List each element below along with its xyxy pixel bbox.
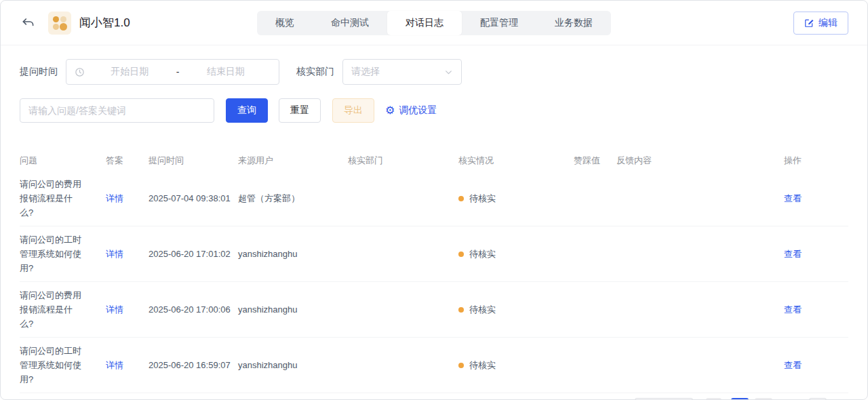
dept-select-placeholder: 请选择: [351, 66, 444, 78]
verify-status: 待核实: [458, 304, 574, 316]
tab-hit-test[interactable]: 命中测试: [313, 11, 387, 35]
end-date-placeholder[interactable]: 结束日期: [180, 66, 271, 78]
question-text: 请问公司的费用报销流程是什么?: [20, 171, 92, 226]
question-text: 请问公司的费用报销流程是什么?: [20, 282, 92, 337]
date-separator: -: [175, 66, 181, 77]
gear-icon: ⚙: [385, 105, 395, 116]
ask-time: 2025-06-20 17:00:06: [149, 304, 238, 315]
header: 闻小智1.0 概览 命中测试 对话日志 配置管理 业务数据 编辑: [1, 1, 867, 45]
tab-conversation-log[interactable]: 对话日志: [387, 11, 462, 35]
tab-business-data[interactable]: 业务数据: [536, 11, 611, 35]
tuning-settings-label: 调优设置: [399, 104, 437, 117]
status-dot-icon: [458, 363, 464, 368]
col-dept: 核实部门: [348, 155, 458, 167]
col-status: 核实情况: [458, 155, 574, 167]
table-row: 请问公司的费用报销流程是什么? 详情 2025-06-20 17:00:06 y…: [20, 281, 848, 337]
status-label: 待核实: [469, 359, 496, 372]
col-question: 问题: [20, 155, 106, 167]
table-row: 请问公司的工时管理系统如何使用? 详情 2025-06-20 16:59:07 …: [20, 337, 848, 393]
view-link[interactable]: 查看: [784, 193, 802, 203]
question-text: 请问公司的工时管理系统如何使用?: [20, 338, 92, 393]
chevron-down-icon: [444, 68, 453, 77]
date-range-picker[interactable]: 开始日期 - 结束日期: [66, 59, 279, 85]
col-time: 提问时间: [149, 155, 238, 167]
filter-panel: 提问时间 开始日期 - 结束日期 核实部门 请选择: [1, 45, 867, 123]
dept-select[interactable]: 请选择: [342, 59, 462, 85]
tab-overview[interactable]: 概览: [257, 11, 313, 35]
reset-button[interactable]: 重置: [279, 98, 321, 123]
undo-arrow-icon: [22, 16, 35, 29]
col-actions: 操作: [784, 155, 848, 167]
col-likes: 赞踩值: [574, 155, 616, 167]
table-header-row: 问题 答案 提问时间 来源用户 核实部门 核实情况 赞踩值 反馈内容 操作: [20, 150, 848, 171]
table-row: 请问公司的工时管理系统如何使用? 详情 2025-06-20 17:01:02 …: [20, 226, 848, 281]
edit-icon: [804, 18, 814, 28]
table-row: 请问公司的费用报销流程是什么? 详情 2025-07-04 09:38:01 超…: [20, 171, 848, 226]
app-window: 闻小智1.0 概览 命中测试 对话日志 配置管理 业务数据 编辑 提问时间: [0, 0, 868, 400]
time-filter-label: 提问时间: [20, 66, 58, 78]
ask-time: 2025-06-20 16:59:07: [149, 360, 238, 370]
verify-status: 待核实: [458, 359, 574, 372]
source-user: yanshizhanghu: [238, 360, 348, 370]
verify-status: 待核实: [458, 193, 574, 205]
source-user: yanshizhanghu: [238, 249, 348, 259]
clock-icon: [75, 67, 85, 77]
status-label: 待核实: [469, 248, 496, 260]
answer-detail-link[interactable]: 详情: [106, 360, 123, 370]
col-feedback: 反馈内容: [616, 155, 784, 167]
view-link[interactable]: 查看: [784, 304, 802, 315]
dept-filter-label: 核实部门: [296, 66, 334, 78]
view-link[interactable]: 查看: [784, 360, 802, 370]
ask-time: 2025-06-20 17:01:02: [149, 249, 238, 259]
edit-button[interactable]: 编辑: [793, 12, 848, 35]
answer-detail-link[interactable]: 详情: [106, 304, 123, 315]
edit-button-label: 编辑: [818, 17, 837, 29]
verify-status: 待核实: [458, 248, 574, 260]
ask-time: 2025-07-04 09:38:01: [149, 193, 238, 203]
app-logo: [48, 12, 71, 35]
answer-detail-link[interactable]: 详情: [106, 193, 123, 203]
status-label: 待核实: [469, 304, 496, 316]
status-dot-icon: [458, 252, 464, 257]
export-button[interactable]: 导出: [332, 98, 374, 123]
status-label: 待核实: [469, 193, 496, 205]
source-user: yanshizhanghu: [238, 304, 348, 315]
answer-detail-link[interactable]: 详情: [106, 249, 123, 259]
source-user: 超管（方案部）: [238, 193, 348, 205]
view-link[interactable]: 查看: [784, 249, 802, 259]
start-date-placeholder[interactable]: 开始日期: [85, 66, 175, 78]
back-button[interactable]: [20, 15, 36, 31]
question-text: 请问公司的工时管理系统如何使用?: [20, 226, 92, 281]
tuning-settings-link[interactable]: ⚙ 调优设置: [385, 104, 437, 117]
status-dot-icon: [458, 307, 464, 313]
tab-bar: 概览 命中测试 对话日志 配置管理 业务数据: [257, 11, 611, 35]
col-user: 来源用户: [238, 155, 348, 167]
page-title: 闻小智1.0: [79, 15, 130, 31]
conversation-table: 问题 答案 提问时间 来源用户 核实部门 核实情况 赞踩值 反馈内容 操作 请问…: [1, 150, 867, 393]
keyword-input[interactable]: [20, 98, 214, 123]
col-answer: 答案: [106, 155, 149, 167]
status-dot-icon: [458, 196, 464, 201]
tab-config[interactable]: 配置管理: [462, 11, 536, 35]
search-button[interactable]: 查询: [226, 98, 268, 123]
